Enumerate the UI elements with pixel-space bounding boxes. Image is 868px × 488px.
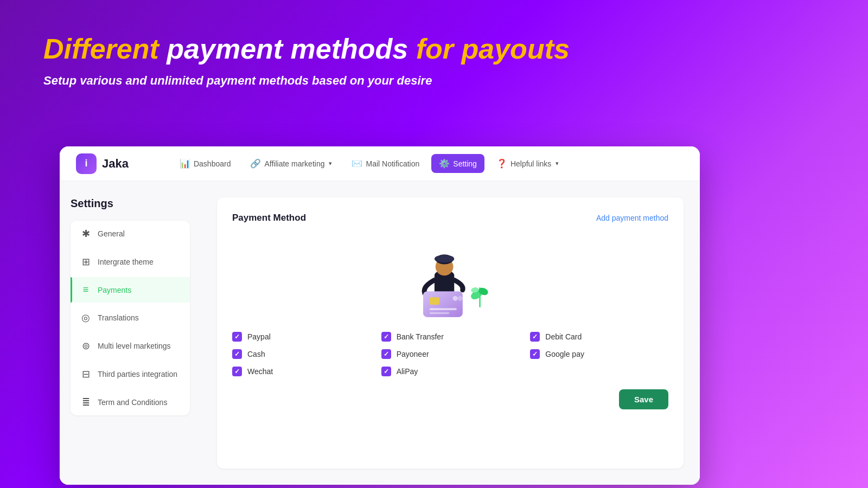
- integrate-icon: ⊞: [80, 256, 91, 268]
- sidebar-label-terms: Term and Conditions: [98, 398, 167, 407]
- sidebar-label-multilevel: Multi level marketings: [98, 342, 171, 350]
- svg-point-13: [458, 296, 463, 301]
- panel-header: Payment Method Add payment method: [232, 213, 668, 223]
- svg-point-6: [435, 255, 454, 263]
- hero-subtitle: Setup various and unlimited payment meth…: [43, 74, 825, 88]
- payment-item-googlepay[interactable]: Google pay: [530, 349, 668, 359]
- chevron-down-icon: ▾: [329, 160, 332, 167]
- payment-illustration: [396, 237, 505, 318]
- sidebar-label-general: General: [98, 229, 125, 238]
- payment-item-debit[interactable]: Debit Card: [530, 332, 668, 342]
- nav-label-setting: Setting: [453, 159, 477, 168]
- logo-icon: i: [76, 153, 97, 174]
- sidebar-item-general[interactable]: ✱ General: [71, 221, 190, 247]
- payment-item-cash[interactable]: Cash: [232, 349, 371, 359]
- payment-item-payoneer[interactable]: Payoneer: [381, 349, 520, 359]
- top-nav: i Jaka 📊 Dashboard 🔗 Affiliate marketing…: [60, 146, 700, 181]
- save-button[interactable]: Save: [619, 389, 668, 409]
- sidebar-label-third: Third parties integration: [98, 370, 177, 378]
- svg-point-12: [453, 296, 458, 301]
- hero-title-different: Different: [43, 33, 159, 65]
- checkbox-payoneer[interactable]: [381, 349, 391, 359]
- logo-text: Jaka: [102, 157, 129, 171]
- sidebar-item-integrate[interactable]: ⊞ Intergrate theme: [71, 249, 190, 275]
- nav-item-dashboard[interactable]: 📊 Dashboard: [172, 154, 239, 173]
- third-icon: ⊟: [80, 368, 91, 380]
- svg-rect-11: [430, 312, 449, 314]
- label-alipay: AliPay: [397, 367, 418, 376]
- nav-item-affiliate[interactable]: 🔗 Affiliate marketing ▾: [242, 154, 340, 173]
- dashboard-icon: 📊: [180, 158, 190, 169]
- label-bank: Bank Transfer: [397, 332, 444, 341]
- checkbox-debit[interactable]: [530, 332, 540, 342]
- nav-label-affiliate: Affiliate marketing: [264, 159, 324, 168]
- label-payoneer: Payoneer: [397, 350, 429, 358]
- nav-label-mail: Mail Notification: [366, 159, 419, 168]
- save-btn-area: Save: [232, 389, 668, 409]
- illustration-area: [232, 234, 668, 321]
- chevron-down-icon-2: ▾: [556, 160, 559, 167]
- sidebar-item-third[interactable]: ⊟ Third parties integration: [71, 361, 190, 387]
- multilevel-icon: ⊚: [80, 340, 91, 352]
- translations-icon: ◎: [80, 312, 91, 324]
- checkbox-wechat[interactable]: [232, 367, 242, 376]
- hero-title: Different payment methods for payouts: [43, 33, 825, 65]
- checkbox-paypal[interactable]: [232, 332, 242, 342]
- logo-area: i Jaka: [76, 153, 129, 174]
- label-debit: Debit Card: [545, 332, 582, 341]
- payment-item-wechat[interactable]: Wechat: [232, 367, 371, 376]
- sidebar: Settings ✱ General ⊞ Intergrate theme ≡ …: [60, 181, 201, 485]
- hero-section: Different payment methods for payouts Se…: [0, 0, 868, 104]
- nav-item-helpful[interactable]: ❓ Helpful links ▾: [489, 154, 566, 173]
- nav-item-mail[interactable]: ✉️ Mail Notification: [344, 154, 427, 173]
- payment-item-alipay[interactable]: AliPay: [381, 367, 520, 376]
- terms-icon: ≣: [80, 396, 91, 408]
- hero-title-payouts: for payouts: [416, 33, 570, 65]
- payment-item-bank[interactable]: Bank Transfer: [381, 332, 520, 342]
- panel-card: Payment Method Add payment method: [217, 197, 684, 468]
- label-googlepay: Google pay: [545, 350, 584, 358]
- label-wechat: Wechat: [247, 367, 273, 376]
- label-cash: Cash: [247, 350, 265, 358]
- nav-label-dashboard: Dashboard: [194, 159, 231, 168]
- mail-icon: ✉️: [352, 158, 362, 169]
- checkbox-bank[interactable]: [381, 332, 391, 342]
- sidebar-title: Settings: [71, 197, 190, 210]
- hero-title-main: payment methods: [167, 33, 416, 65]
- sidebar-label-integrate: Intergrate theme: [98, 258, 154, 266]
- main-panel: Payment Method Add payment method: [201, 181, 700, 485]
- app-window: i Jaka 📊 Dashboard 🔗 Affiliate marketing…: [60, 146, 700, 485]
- add-payment-link[interactable]: Add payment method: [596, 214, 668, 222]
- nav-item-setting[interactable]: ⚙️ Setting: [431, 154, 484, 173]
- sidebar-menu: ✱ General ⊞ Intergrate theme ≡ Payments …: [71, 221, 190, 415]
- general-icon: ✱: [80, 228, 91, 240]
- setting-icon: ⚙️: [439, 158, 450, 169]
- panel-title: Payment Method: [232, 213, 306, 223]
- svg-rect-9: [430, 297, 439, 305]
- svg-rect-10: [430, 308, 457, 310]
- helpful-icon: ❓: [496, 158, 507, 169]
- nav-label-helpful: Helpful links: [510, 159, 551, 168]
- label-paypal: Paypal: [247, 332, 271, 341]
- sidebar-label-payments: Payments: [98, 286, 131, 294]
- nav-items: 📊 Dashboard 🔗 Affiliate marketing ▾ ✉️ M…: [172, 154, 684, 173]
- sidebar-item-translations[interactable]: ◎ Translations: [71, 305, 190, 331]
- checkbox-cash[interactable]: [232, 349, 242, 359]
- payment-methods-grid: Paypal Bank Transfer Debit Card Cash: [232, 332, 668, 376]
- sidebar-item-terms[interactable]: ≣ Term and Conditions: [71, 389, 190, 415]
- payments-icon: ≡: [80, 284, 91, 296]
- affiliate-icon: 🔗: [250, 158, 261, 169]
- payment-item-paypal[interactable]: Paypal: [232, 332, 371, 342]
- content-area: Settings ✱ General ⊞ Intergrate theme ≡ …: [60, 181, 700, 485]
- sidebar-label-translations: Translations: [98, 313, 139, 322]
- sidebar-item-payments[interactable]: ≡ Payments: [71, 277, 190, 303]
- sidebar-item-multilevel[interactable]: ⊚ Multi level marketings: [71, 333, 190, 359]
- checkbox-googlepay[interactable]: [530, 349, 540, 359]
- checkbox-alipay[interactable]: [381, 367, 391, 376]
